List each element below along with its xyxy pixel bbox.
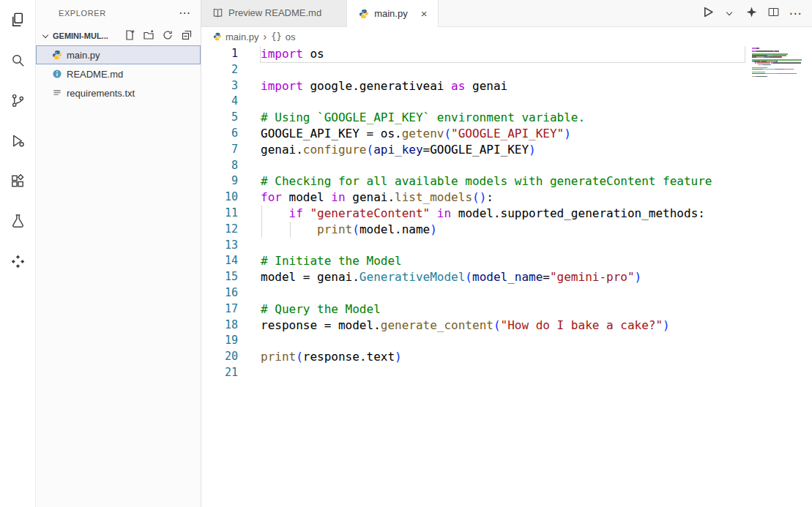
line-number[interactable]: 4 (201, 94, 238, 110)
code-line[interactable]: 13 (201, 238, 812, 254)
code-line-content[interactable]: GOOGLE_API_KEY = os.getenv("GOOGLE_API_K… (261, 126, 745, 142)
code-line-content[interactable]: import os (261, 46, 745, 62)
file-item-main-py[interactable]: main.py (36, 45, 201, 64)
line-number[interactable]: 18 (201, 318, 238, 334)
code-line-content[interactable]: model = genai.GenerativeModel(model_name… (261, 269, 745, 285)
line-number[interactable]: 12 (201, 222, 238, 238)
more-actions-icon[interactable]: ⋯ (787, 4, 803, 22)
new-folder-button[interactable] (141, 28, 157, 44)
activity-search[interactable] (0, 41, 35, 81)
code-line[interactable]: 8 (201, 158, 812, 174)
file-name: requirements.txt (67, 88, 135, 99)
activity-run-debug[interactable] (0, 121, 35, 162)
code-line-content[interactable]: # Checking for all available models with… (261, 173, 745, 189)
code-line[interactable]: 6GOOGLE_API_KEY = os.getenv("GOOGLE_API_… (201, 126, 812, 142)
line-number[interactable]: 14 (201, 253, 238, 269)
code-line-content[interactable]: genai.configure(api_key=GOOGLE_API_KEY) (261, 142, 745, 158)
code-line-content[interactable]: print(response.text) (261, 349, 745, 365)
editor-content[interactable]: 1import os23import google.generativeai a… (201, 46, 812, 507)
breadcrumb-symbol[interactable]: os (286, 31, 296, 42)
code-line-content[interactable] (261, 285, 745, 301)
run-dropdown-button[interactable] (721, 4, 737, 22)
line-number[interactable]: 13 (201, 238, 238, 254)
minimap[interactable] (752, 48, 806, 79)
code-line[interactable]: 17# Query the Model (201, 301, 812, 318)
line-number[interactable]: 21 (201, 365, 238, 381)
code-area[interactable]: 1import os23import google.generativeai a… (201, 46, 812, 381)
tab-main-py[interactable]: main.py × (347, 0, 439, 27)
line-number[interactable]: 10 (201, 189, 238, 206)
line-number[interactable]: 5 (201, 110, 238, 126)
breadcrumb-file[interactable]: main.py (226, 31, 259, 42)
line-number[interactable]: 16 (201, 285, 238, 301)
new-file-button[interactable] (122, 28, 138, 44)
line-number[interactable]: 6 (201, 126, 238, 142)
code-line[interactable]: 10for model in genai.list_models(): (201, 189, 812, 206)
code-line[interactable]: 20print(response.text) (201, 349, 812, 365)
line-number[interactable]: 9 (201, 173, 238, 189)
code-line[interactable]: 14# Initiate the Model (201, 253, 812, 269)
code-line[interactable]: 3import google.generativeai as genai (201, 78, 812, 94)
sidebar-more-actions[interactable]: ⋯ (179, 7, 190, 19)
refresh-button[interactable] (160, 28, 176, 44)
code-line[interactable]: 9# Checking for all available models wit… (201, 173, 812, 189)
breadcrumb-separator: › (264, 31, 267, 42)
code-line-content[interactable]: response = model.generate_content("How d… (261, 318, 745, 334)
code-line-content[interactable] (261, 365, 745, 381)
code-line-content[interactable]: # Using `GOOGLE_API_KEY` environment var… (261, 110, 745, 126)
code-line-content[interactable] (261, 158, 745, 174)
line-number[interactable]: 11 (201, 206, 238, 222)
workspace-section-header[interactable]: GEMINI-MUL... (36, 26, 201, 45)
split-editor-button[interactable] (765, 4, 781, 22)
run-button[interactable] (699, 4, 715, 22)
code-line[interactable]: 5# Using `GOOGLE_API_KEY` environment va… (201, 110, 812, 126)
code-line-content[interactable]: # Initiate the Model (261, 253, 745, 269)
code-line-content[interactable]: import google.generativeai as genai (261, 78, 745, 94)
line-number[interactable]: 2 (201, 62, 238, 78)
python-file-icon (51, 50, 62, 61)
code-line[interactable]: 4 (201, 94, 812, 110)
file-item-readme-md[interactable]: README.md (36, 64, 201, 83)
line-number[interactable]: 1 (201, 46, 238, 62)
activity-blocks[interactable] (0, 242, 35, 282)
code-line[interactable]: 16 (201, 285, 812, 301)
code-line-content[interactable] (261, 94, 745, 110)
code-line[interactable]: 21 (201, 365, 812, 381)
line-number[interactable]: 20 (201, 349, 238, 365)
line-number[interactable]: 8 (201, 158, 238, 174)
code-line[interactable]: 1import os (201, 46, 812, 62)
tab-preview-readme[interactable]: Preview README.md (201, 0, 347, 26)
code-line-content[interactable]: print(model.name) (261, 222, 745, 238)
line-number[interactable]: 7 (201, 142, 238, 158)
code-line[interactable]: 2 (201, 62, 812, 78)
code-line[interactable]: 18response = model.generate_content("How… (201, 318, 812, 334)
tab-label: Preview README.md (228, 7, 321, 18)
line-number[interactable]: 3 (201, 78, 238, 94)
activity-testing[interactable] (0, 202, 35, 242)
search-icon (10, 52, 26, 71)
code-line[interactable]: 15model = genai.GenerativeModel(model_na… (201, 269, 812, 285)
code-line-content[interactable]: for model in genai.list_models(): (261, 189, 745, 206)
chevron-down-icon (42, 31, 48, 37)
file-item-requirements-txt[interactable]: requirements.txt (36, 83, 201, 102)
activity-explorer[interactable] (0, 1, 35, 41)
code-line-content[interactable] (261, 333, 745, 349)
sidebar-header: EXPLORER ⋯ (36, 0, 201, 26)
code-line[interactable]: 7genai.configure(api_key=GOOGLE_API_KEY) (201, 142, 812, 158)
code-line[interactable]: 12 print(model.name) (201, 222, 812, 238)
line-number[interactable]: 19 (201, 333, 238, 349)
collapse-all-button[interactable] (179, 28, 195, 44)
file-name: main.py (67, 50, 100, 61)
code-line-content[interactable] (261, 238, 745, 254)
sparkle-button[interactable] (743, 4, 759, 22)
code-line[interactable]: 11 if "generateContent" in model.support… (201, 206, 812, 222)
line-number[interactable]: 15 (201, 269, 238, 285)
code-line-content[interactable]: # Query the Model (261, 301, 745, 318)
code-line-content[interactable]: if "generateContent" in model.supported_… (261, 206, 745, 222)
code-line-content[interactable] (261, 62, 745, 78)
activity-extensions[interactable] (0, 162, 35, 202)
code-line[interactable]: 19 (201, 333, 812, 349)
close-icon[interactable]: × (419, 7, 430, 20)
activity-source-control[interactable] (0, 81, 35, 121)
line-number[interactable]: 17 (201, 301, 238, 318)
